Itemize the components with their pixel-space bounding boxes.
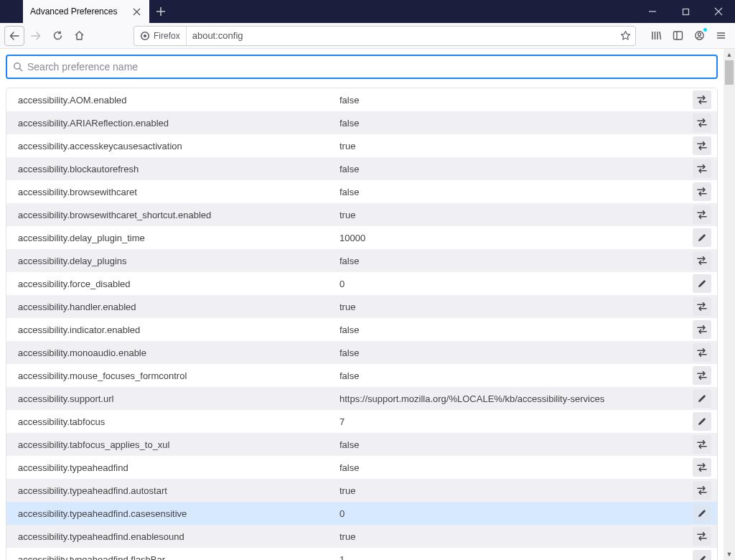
pref-row[interactable]: accessibility.support.urlhttps://support… xyxy=(6,387,717,410)
search-icon xyxy=(13,62,23,72)
swap-arrows-icon xyxy=(696,485,708,495)
pref-value: false xyxy=(340,439,693,450)
pref-value: false xyxy=(340,325,693,335)
close-tab-icon[interactable] xyxy=(131,6,142,17)
url-bar[interactable]: Firefox xyxy=(134,26,636,46)
edit-button[interactable] xyxy=(693,228,711,247)
toggle-button[interactable] xyxy=(693,527,711,546)
pref-row[interactable]: accessibility.ARIAReflection.enabledfals… xyxy=(6,111,717,134)
svg-rect-3 xyxy=(673,32,682,39)
library-button[interactable] xyxy=(646,26,666,46)
pref-row[interactable]: accessibility.typeaheadfind.casesensitiv… xyxy=(6,502,717,525)
reload-button[interactable] xyxy=(47,26,67,46)
pref-value: true xyxy=(340,531,693,542)
toggle-button[interactable] xyxy=(693,366,711,385)
pref-name: accessibility.monoaudio.enable xyxy=(18,347,340,358)
pref-row[interactable]: accessibility.typeaheadfind.flashBar1 xyxy=(6,548,717,560)
bookmark-star-icon[interactable] xyxy=(615,30,635,41)
pref-value: false xyxy=(340,118,693,129)
pref-name: accessibility.browsewithcaret_shortcut.e… xyxy=(18,210,340,220)
toggle-button[interactable] xyxy=(693,297,711,316)
pref-row[interactable]: accessibility.typeaheadfindfalse xyxy=(6,456,717,479)
url-input[interactable] xyxy=(187,30,615,41)
edit-button[interactable] xyxy=(693,504,711,523)
scrollbar-up-icon[interactable]: ▲ xyxy=(724,49,735,60)
toggle-button[interactable] xyxy=(693,159,711,178)
search-box[interactable] xyxy=(6,55,718,79)
new-tab-button[interactable] xyxy=(149,0,172,23)
toggle-button[interactable] xyxy=(693,182,711,201)
pref-value: 7 xyxy=(340,416,693,427)
pref-row[interactable]: accessibility.force_disabled0 xyxy=(6,272,717,295)
pref-row[interactable]: accessibility.typeaheadfind.enablesoundt… xyxy=(6,525,717,548)
pref-value: true xyxy=(340,302,693,312)
window-close-button[interactable] xyxy=(702,0,735,23)
swap-arrows-icon xyxy=(696,325,708,335)
edit-button[interactable] xyxy=(693,389,711,408)
toggle-button[interactable] xyxy=(693,458,711,477)
pref-row[interactable]: accessibility.tabfocus7 xyxy=(6,410,717,433)
pref-name: accessibility.typeaheadfind.enablesound xyxy=(18,531,340,542)
pref-row[interactable]: accessibility.AOM.enabledfalse xyxy=(6,88,717,111)
pref-name: accessibility.tabfocus_applies_to_xul xyxy=(18,439,340,450)
pref-row[interactable]: accessibility.indicator.enabledfalse xyxy=(6,318,717,341)
svg-rect-0 xyxy=(683,9,688,14)
pref-row[interactable]: accessibility.accesskeycausesactivationt… xyxy=(6,134,717,157)
toggle-button[interactable] xyxy=(693,435,711,454)
pref-row[interactable]: accessibility.handler.enabledtrue xyxy=(6,295,717,318)
pref-row[interactable]: accessibility.browsewithcaret_shortcut.e… xyxy=(6,203,717,226)
toggle-button[interactable] xyxy=(693,481,711,500)
pref-value: 1 xyxy=(340,554,693,561)
pref-name: accessibility.accesskeycausesactivation xyxy=(18,141,340,151)
edit-button[interactable] xyxy=(693,412,711,431)
pref-value: true xyxy=(340,210,693,220)
edit-button[interactable] xyxy=(693,274,711,293)
pref-name: accessibility.AOM.enabled xyxy=(18,95,340,106)
prefs-list: accessibility.AOM.enabledfalseaccessibil… xyxy=(6,88,718,560)
back-button[interactable] xyxy=(4,26,24,46)
toggle-button[interactable] xyxy=(693,113,711,132)
pref-row[interactable]: accessibility.delay_plugin_time10000 xyxy=(6,226,717,249)
pref-row[interactable]: accessibility.typeaheadfind.autostarttru… xyxy=(6,479,717,502)
pref-value: 10000 xyxy=(340,233,693,243)
account-button[interactable] xyxy=(689,26,709,46)
pref-row[interactable]: accessibility.blockautorefreshfalse xyxy=(6,157,717,180)
pref-row[interactable]: accessibility.monoaudio.enablefalse xyxy=(6,341,717,364)
toggle-button[interactable] xyxy=(693,320,711,339)
pencil-icon xyxy=(697,508,707,518)
edit-button[interactable] xyxy=(693,550,711,560)
url-text[interactable] xyxy=(192,30,609,41)
title-bar: Advanced Preferences xyxy=(0,0,735,23)
toggle-button[interactable] xyxy=(693,136,711,155)
pref-row[interactable]: accessibility.browsewithcaretfalse xyxy=(6,180,717,203)
pref-value: 0 xyxy=(340,508,693,519)
pref-value: false xyxy=(340,95,693,106)
pref-name: accessibility.tabfocus xyxy=(18,416,340,427)
pencil-icon xyxy=(697,416,707,426)
window-maximize-button[interactable] xyxy=(669,0,702,23)
app-menu-button[interactable] xyxy=(711,26,731,46)
toggle-button[interactable] xyxy=(693,251,711,270)
home-button[interactable] xyxy=(69,26,89,46)
window-minimize-button[interactable] xyxy=(636,0,669,23)
vertical-scrollbar[interactable]: ▲ ▼ xyxy=(724,49,735,560)
identity-box[interactable]: Firefox xyxy=(134,27,187,45)
toggle-button[interactable] xyxy=(693,90,711,109)
pref-name: accessibility.ARIAReflection.enabled xyxy=(18,118,340,129)
identity-label: Firefox xyxy=(154,31,180,41)
swap-arrows-icon xyxy=(696,164,708,174)
pref-value: true xyxy=(340,485,693,496)
pref-name: accessibility.indicator.enabled xyxy=(18,325,340,335)
scrollbar-down-icon[interactable]: ▼ xyxy=(724,549,735,560)
toggle-button[interactable] xyxy=(693,343,711,362)
pref-row[interactable]: accessibility.delay_pluginsfalse xyxy=(6,249,717,272)
scrollbar-thumb[interactable] xyxy=(725,60,734,85)
browser-tab[interactable]: Advanced Preferences xyxy=(23,0,149,23)
toggle-button[interactable] xyxy=(693,205,711,224)
pref-row[interactable]: accessibility.tabfocus_applies_to_xulfal… xyxy=(6,433,717,456)
window-controls xyxy=(636,0,735,23)
search-input[interactable] xyxy=(27,61,711,73)
sidebar-button[interactable] xyxy=(668,26,688,46)
pref-row[interactable]: accessibility.mouse_focuses_formcontrolf… xyxy=(6,364,717,387)
swap-arrows-icon xyxy=(696,531,708,541)
